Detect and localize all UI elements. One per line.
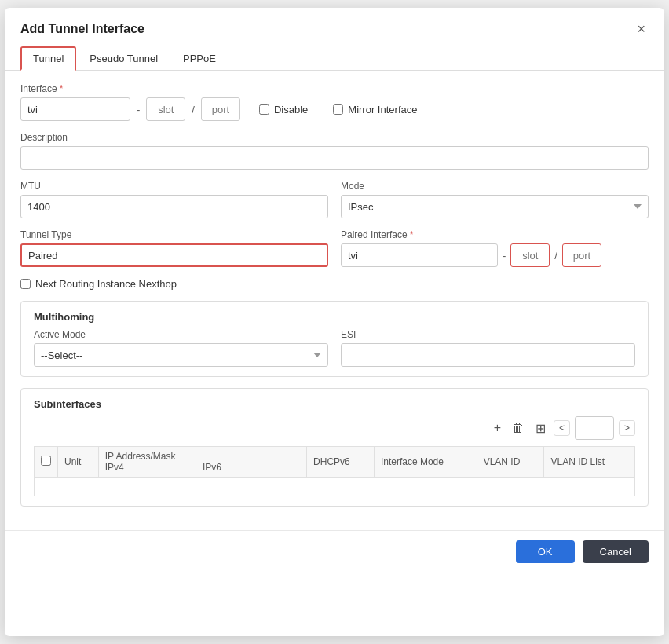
paired-separator-dash: -: [503, 250, 506, 262]
next-routing-checkbox[interactable]: [20, 279, 31, 289]
multihoming-section: Multihoming Active Mode --Select-- ESI: [20, 301, 649, 377]
active-mode-select[interactable]: --Select--: [34, 343, 328, 367]
subinterfaces-title: Subinterfaces: [34, 398, 635, 410]
description-input[interactable]: [20, 146, 649, 170]
mode-section: Mode IPsec GRE IPIP L2TP: [341, 181, 649, 218]
close-button[interactable]: ×: [634, 20, 649, 38]
col-vlan-id-list: VLAN ID List: [544, 447, 635, 478]
cancel-button[interactable]: Cancel: [583, 540, 649, 563]
multihoming-grid: Active Mode --Select-- ESI: [34, 329, 635, 367]
interface-slot-input[interactable]: [146, 97, 185, 121]
mode-select[interactable]: IPsec GRE IPIP L2TP: [341, 195, 649, 218]
mtu-section: MTU: [20, 181, 328, 218]
dialog-header: Add Tunnel Interface ×: [5, 8, 664, 38]
tunnel-type-paired-row: Tunnel Type Paired Interface * - /: [20, 229, 649, 267]
table-row: [35, 478, 635, 496]
subinterfaces-table-body: [35, 478, 635, 496]
mtu-mode-row: MTU Mode IPsec GRE IPIP L2TP: [20, 181, 649, 218]
subinterfaces-table: Unit IP Address/Mask IPv4 IPv6 DHCPv6: [34, 446, 635, 496]
col-dhcpv6: DHCPv6: [307, 447, 375, 478]
tunnel-type-label: Tunnel Type: [20, 229, 328, 240]
active-mode-section: Active Mode --Select--: [34, 329, 328, 367]
mode-label: Mode: [341, 181, 649, 192]
active-mode-label: Active Mode: [34, 329, 328, 340]
select-all-checkbox[interactable]: [41, 456, 51, 466]
multihoming-title: Multihoming: [34, 311, 635, 323]
paired-port-input[interactable]: [562, 243, 601, 267]
add-tunnel-interface-dialog: Add Tunnel Interface × Tunnel Pseudo Tun…: [5, 8, 664, 636]
mirror-interface-label: Mirror Interface: [348, 104, 417, 115]
mirror-interface-checkbox[interactable]: [333, 104, 343, 115]
subinterfaces-section: Subinterfaces + 🗑 ⊞ < > Unit: [20, 388, 649, 507]
disable-checkbox-group: Disable: [259, 104, 308, 115]
paired-interface-label: Paired Interface *: [341, 229, 649, 240]
table-header-row: Unit IP Address/Mask IPv4 IPv6 DHCPv6: [35, 447, 635, 478]
paired-interface-input[interactable]: [341, 243, 498, 267]
next-routing-label: Next Routing Instance Nexthop: [35, 278, 177, 290]
dialog-footer: OK Cancel: [5, 530, 664, 573]
paired-separator-slash: /: [554, 250, 558, 262]
interface-section: Interface * - / Disable Mirror Interface: [20, 83, 649, 121]
separator-dash: -: [137, 104, 140, 115]
paired-required-star: *: [410, 229, 414, 240]
separator-slash: /: [192, 104, 195, 115]
tab-pppoe[interactable]: PPPoE: [171, 46, 228, 70]
columns-subinterface-button[interactable]: ⊞: [532, 419, 549, 437]
paired-slot-input[interactable]: [510, 243, 550, 267]
delete-subinterface-button[interactable]: 🗑: [509, 419, 528, 437]
paired-interface-row: - /: [341, 243, 649, 267]
dialog-body: Interface * - / Disable Mirror Interface: [5, 71, 664, 530]
tabs-bar: Tunnel Pseudo Tunnel PPPoE: [5, 38, 664, 71]
next-routing-row: Next Routing Instance Nexthop: [20, 278, 649, 290]
col-interface-mode: Interface Mode: [374, 447, 477, 478]
next-page-button[interactable]: >: [619, 420, 635, 436]
description-label: Description: [20, 132, 649, 143]
disable-label: Disable: [274, 104, 308, 115]
ok-button[interactable]: OK: [516, 540, 575, 563]
col-ip-address-mask: IP Address/Mask IPv4 IPv6: [98, 447, 306, 478]
interface-port-input[interactable]: [201, 97, 240, 121]
add-subinterface-button[interactable]: +: [491, 419, 504, 437]
disable-checkbox[interactable]: [259, 104, 269, 115]
mirror-interface-checkbox-group: Mirror Interface: [333, 104, 417, 115]
paired-interface-section: Paired Interface * - /: [341, 229, 649, 267]
col-checkbox: [35, 447, 58, 478]
dialog-title: Add Tunnel Interface: [20, 22, 144, 36]
tunnel-type-input[interactable]: [20, 243, 328, 267]
col-ipv4: IPv4: [105, 462, 203, 473]
mtu-label: MTU: [20, 181, 328, 192]
col-unit: Unit: [58, 447, 99, 478]
col-ipv6: IPv6: [203, 462, 300, 473]
esi-input[interactable]: [341, 343, 635, 367]
esi-section: ESI: [341, 329, 635, 367]
description-section: Description: [20, 132, 649, 170]
interface-name-input[interactable]: [20, 97, 130, 121]
prev-page-button[interactable]: <: [554, 420, 570, 436]
subinterfaces-table-header: Unit IP Address/Mask IPv4 IPv6 DHCPv6: [35, 447, 635, 478]
tab-pseudo-tunnel[interactable]: Pseudo Tunnel: [78, 46, 170, 70]
tunnel-type-section: Tunnel Type: [20, 229, 328, 267]
subinterfaces-toolbar: + 🗑 ⊞ < >: [34, 416, 635, 440]
page-number-input[interactable]: [575, 416, 614, 440]
esi-label: ESI: [341, 329, 635, 340]
mtu-input[interactable]: [20, 195, 328, 218]
col-vlan-id: VLAN ID: [477, 447, 544, 478]
tab-tunnel[interactable]: Tunnel: [20, 46, 76, 71]
interface-label: Interface *: [20, 83, 649, 94]
required-star: *: [60, 83, 64, 94]
interface-row: - / Disable Mirror Interface: [20, 97, 649, 121]
